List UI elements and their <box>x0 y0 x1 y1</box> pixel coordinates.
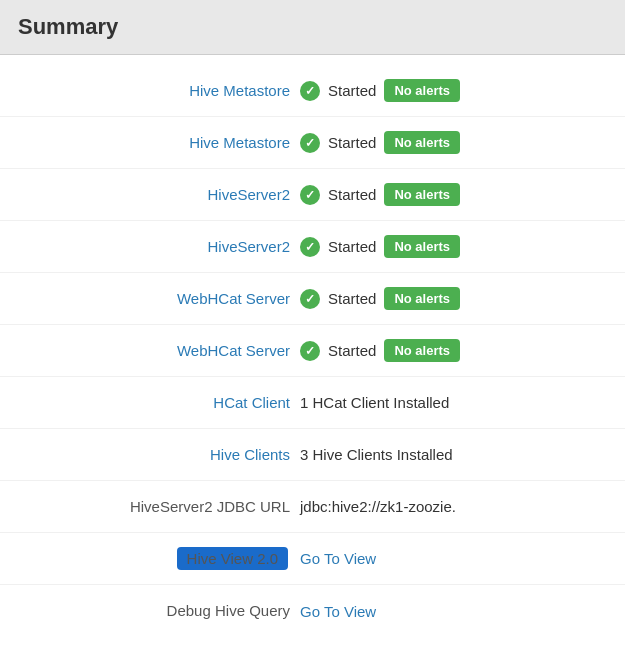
row-value-hiveserver2-jdbc: jdbc:hive2://zk1-zoozie. <box>300 498 456 515</box>
table-row: HiveServer2StartedNo alerts <box>0 169 625 221</box>
no-alerts-badge: No alerts <box>384 79 460 102</box>
service-link-hive-metastore-1[interactable]: Hive Metastore <box>189 82 290 99</box>
status-text: Started <box>328 290 376 307</box>
row-label-webhcat-server-1: WebHCat Server <box>20 290 300 308</box>
service-link-hiveserver2-2[interactable]: HiveServer2 <box>207 238 290 255</box>
table-row: HCat Client1 HCat Client Installed <box>0 377 625 429</box>
go-to-view-link-debug-hive-query[interactable]: Go To View <box>300 603 376 620</box>
no-alerts-badge: No alerts <box>384 235 460 258</box>
status-text: jdbc:hive2://zk1-zoozie. <box>300 498 456 515</box>
table-row: WebHCat ServerStartedNo alerts <box>0 325 625 377</box>
row-value-hive-clients: 3 Hive Clients Installed <box>300 446 453 463</box>
row-value-debug-hive-query: Go To View <box>300 603 376 620</box>
row-label-webhcat-server-2: WebHCat Server <box>20 342 300 360</box>
no-alerts-badge: No alerts <box>384 131 460 154</box>
go-to-view-link-hive-view-2[interactable]: Go To View <box>300 550 376 567</box>
row-value-hive-metastore-2: StartedNo alerts <box>300 131 460 154</box>
row-value-hive-metastore-1: StartedNo alerts <box>300 79 460 102</box>
service-link-hive-metastore-2[interactable]: Hive Metastore <box>189 134 290 151</box>
started-icon <box>300 341 320 361</box>
row-label-hcat-client: HCat Client <box>20 394 300 412</box>
no-alerts-badge: No alerts <box>384 339 460 362</box>
row-label-hive-metastore-2: Hive Metastore <box>20 134 300 152</box>
summary-header: Summary <box>0 0 625 55</box>
row-label-hiveserver2-2: HiveServer2 <box>20 238 300 256</box>
table-row: Hive View 2.0Go To View <box>0 533 625 585</box>
service-link-hiveserver2-1[interactable]: HiveServer2 <box>207 186 290 203</box>
plain-label-hiveserver2-jdbc: HiveServer2 JDBC URL <box>130 498 290 515</box>
row-value-hiveserver2-1: StartedNo alerts <box>300 183 460 206</box>
service-link-webhcat-server-2[interactable]: WebHCat Server <box>177 342 290 359</box>
status-text: Started <box>328 342 376 359</box>
service-link-hcat-client[interactable]: HCat Client <box>213 394 290 411</box>
row-label-hive-metastore-1: Hive Metastore <box>20 82 300 100</box>
row-label-debug-hive-query: Debug Hive Query <box>20 602 300 620</box>
status-text: Started <box>328 82 376 99</box>
status-text: 1 HCat Client Installed <box>300 394 449 411</box>
table-row: HiveServer2StartedNo alerts <box>0 221 625 273</box>
highlight-label-hive-view-2: Hive View 2.0 <box>177 547 288 570</box>
table-row: WebHCat ServerStartedNo alerts <box>0 273 625 325</box>
table-row: Debug Hive QueryGo To View <box>0 585 625 637</box>
service-link-hive-clients[interactable]: Hive Clients <box>210 446 290 463</box>
row-value-webhcat-server-2: StartedNo alerts <box>300 339 460 362</box>
no-alerts-badge: No alerts <box>384 183 460 206</box>
status-text: Started <box>328 186 376 203</box>
no-alerts-badge: No alerts <box>384 287 460 310</box>
row-value-hive-view-2: Go To View <box>300 550 376 567</box>
table-row: Hive MetastoreStartedNo alerts <box>0 65 625 117</box>
status-text: Started <box>328 238 376 255</box>
row-value-hiveserver2-2: StartedNo alerts <box>300 235 460 258</box>
row-value-hcat-client: 1 HCat Client Installed <box>300 394 449 411</box>
status-text: Started <box>328 134 376 151</box>
started-icon <box>300 289 320 309</box>
table-row: Hive Clients3 Hive Clients Installed <box>0 429 625 481</box>
row-label-hive-view-2: Hive View 2.0 <box>20 547 300 570</box>
summary-body: Hive MetastoreStartedNo alertsHive Metas… <box>0 55 625 647</box>
row-value-webhcat-server-1: StartedNo alerts <box>300 287 460 310</box>
table-row: Hive MetastoreStartedNo alerts <box>0 117 625 169</box>
started-icon <box>300 237 320 257</box>
service-link-webhcat-server-1[interactable]: WebHCat Server <box>177 290 290 307</box>
status-text: 3 Hive Clients Installed <box>300 446 453 463</box>
page-title: Summary <box>18 14 118 39</box>
table-row: HiveServer2 JDBC URLjdbc:hive2://zk1-zoo… <box>0 481 625 533</box>
started-icon <box>300 185 320 205</box>
plain-label-debug-hive-query: Debug Hive Query <box>167 602 290 619</box>
row-label-hiveserver2-jdbc: HiveServer2 JDBC URL <box>20 498 300 516</box>
row-label-hiveserver2-1: HiveServer2 <box>20 186 300 204</box>
summary-panel: Summary Hive MetastoreStartedNo alertsHi… <box>0 0 625 647</box>
row-label-hive-clients: Hive Clients <box>20 446 300 464</box>
started-icon <box>300 133 320 153</box>
started-icon <box>300 81 320 101</box>
